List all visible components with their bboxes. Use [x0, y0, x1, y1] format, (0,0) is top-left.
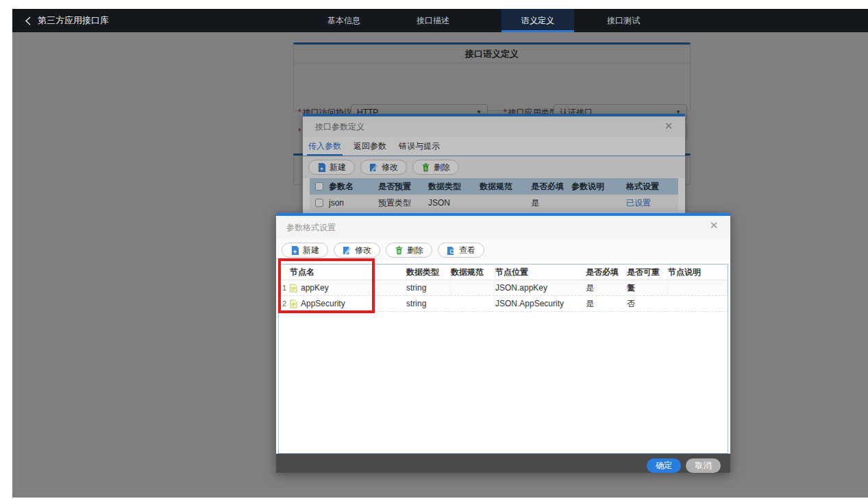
- cell-node-position: JSON.appKey: [495, 280, 586, 296]
- node-doc-icon: [290, 284, 297, 293]
- edit-button[interactable]: 修改: [334, 243, 380, 258]
- select-all-checkbox[interactable]: [310, 178, 329, 195]
- tab-interface-test[interactable]: 接口测试: [588, 9, 659, 32]
- edit-button[interactable]: 修改: [360, 160, 407, 175]
- cell-data-spec: [480, 195, 531, 211]
- row-number: 2: [279, 296, 290, 312]
- doc-view-icon: [447, 246, 456, 255]
- col-param-name: 参数名: [329, 178, 378, 195]
- cell-data-spec: [451, 296, 495, 312]
- dialog-header: 参数格式设置 ✕: [276, 216, 730, 239]
- col-data-spec: 数据规范: [480, 178, 531, 195]
- doc-edit-icon: [343, 246, 351, 255]
- cell-repeatable: 否: [627, 280, 668, 296]
- cell-node-position: JSON.AppSecurity: [495, 296, 586, 312]
- tab-semantic-def[interactable]: 语义定义: [501, 9, 574, 32]
- new-button[interactable]: 新建: [308, 160, 355, 175]
- cell-required: 是: [586, 280, 627, 296]
- view-button[interactable]: 查看: [438, 243, 484, 258]
- dialog-toolbar: 新建 修改 删除: [303, 156, 685, 178]
- checkbox-icon: [315, 199, 323, 207]
- tab-return-params[interactable]: 返回参数: [352, 137, 388, 156]
- col-param-desc: 参数说明: [571, 178, 626, 195]
- trash-icon: [421, 163, 430, 172]
- parameter-tabs: 传入参数 返回参数 错误与提示: [303, 137, 685, 156]
- cell-param-desc: [571, 195, 626, 211]
- confirm-button[interactable]: 确定: [647, 458, 681, 473]
- dialog-title: 参数格式设置: [286, 216, 336, 239]
- top-navbar: 第三方应用接口库 基本信息 接口描述 语义定义 接口测试: [12, 9, 868, 32]
- cell-node-name: appKey: [290, 280, 406, 296]
- doc-edit-icon: [369, 163, 378, 172]
- node-doc-icon: [290, 299, 297, 308]
- app-window: 第三方应用接口库 基本信息 接口描述 语义定义 接口测试 接口语义定义 *接口访…: [12, 9, 868, 498]
- cell-param-name: json: [329, 195, 378, 211]
- trash-icon: [395, 246, 404, 255]
- back-button[interactable]: 第三方应用接口库: [25, 9, 109, 32]
- table-row[interactable]: json 预置类型 JSON 是 已设置: [310, 195, 678, 211]
- cell-node-desc: [668, 280, 728, 296]
- checkbox-icon: [315, 182, 323, 191]
- format-settings-dialog: 参数格式设置 ✕ 新建 修改 删除 查看: [276, 213, 730, 473]
- tab-basic-info[interactable]: 基本信息: [308, 9, 380, 32]
- parameters-table: 参数名 是否预置 数据类型 数据规范 是否必填 参数说明 格式设置 json 预…: [310, 178, 678, 211]
- page-title: 第三方应用接口库: [38, 14, 109, 27]
- cell-data-type: string: [406, 296, 451, 312]
- doc-new-icon: [290, 246, 299, 255]
- dialog-header: 接口参数定义 ✕: [303, 116, 685, 137]
- col-is-preset: 是否预置: [378, 178, 428, 195]
- row-checkbox[interactable]: [310, 195, 329, 211]
- delete-button[interactable]: 删除: [412, 160, 459, 175]
- col-format-setting: 格式设置: [626, 178, 678, 195]
- format-set-link[interactable]: 已设置: [626, 195, 678, 211]
- screen: 第三方应用接口库 基本信息 接口描述 语义定义 接口测试 接口语义定义 *接口访…: [0, 0, 868, 503]
- table-row[interactable]: 1 appKey string JSON.appKey 是 否: [279, 280, 728, 296]
- tab-interface-desc[interactable]: 接口描述: [397, 9, 469, 32]
- cell-is-preset: 预置类型: [378, 195, 428, 211]
- cell-node-name: AppSecurity: [290, 296, 406, 312]
- dialog-title: 接口参数定义: [315, 116, 364, 137]
- delete-button[interactable]: 删除: [386, 243, 432, 258]
- close-icon[interactable]: ✕: [707, 219, 721, 232]
- cell-repeatable: 否: [627, 296, 668, 312]
- tab-errors-hints[interactable]: 错误与提示: [397, 137, 441, 156]
- doc-new-icon: [317, 163, 326, 172]
- dialog-toolbar: 新建 修改 删除 查看: [276, 239, 730, 261]
- col-data-type: 数据类型: [428, 178, 480, 195]
- table-header-row: 参数名 是否预置 数据类型 数据规范 是否必填 参数说明 格式设置: [310, 178, 678, 195]
- tab-input-params[interactable]: 传入参数: [307, 137, 343, 156]
- cell-data-spec: [451, 280, 495, 296]
- col-required: 是否必填: [531, 178, 571, 195]
- cell-required: 是: [531, 195, 571, 211]
- table-header-row: 节点名 数据类型 数据规范 节点位置 是否必填 是否可重复 节点说明: [279, 265, 728, 280]
- cell-node-desc: [668, 296, 728, 312]
- close-icon[interactable]: ✕: [662, 119, 675, 133]
- new-button[interactable]: 新建: [282, 243, 328, 258]
- row-number: 1: [279, 280, 290, 296]
- cell-data-type: string: [406, 280, 451, 296]
- chevron-left-icon: [25, 16, 31, 25]
- nodes-table: 节点名 数据类型 数据规范 节点位置 是否必填 是否可重复 节点说明 1 app…: [278, 264, 728, 454]
- table-row[interactable]: 2 AppSecurity string JSON.AppSecurity 是 …: [279, 296, 728, 312]
- cancel-button[interactable]: 取消: [686, 458, 721, 473]
- cell-required: 是: [586, 296, 627, 312]
- cell-data-type: JSON: [428, 195, 480, 211]
